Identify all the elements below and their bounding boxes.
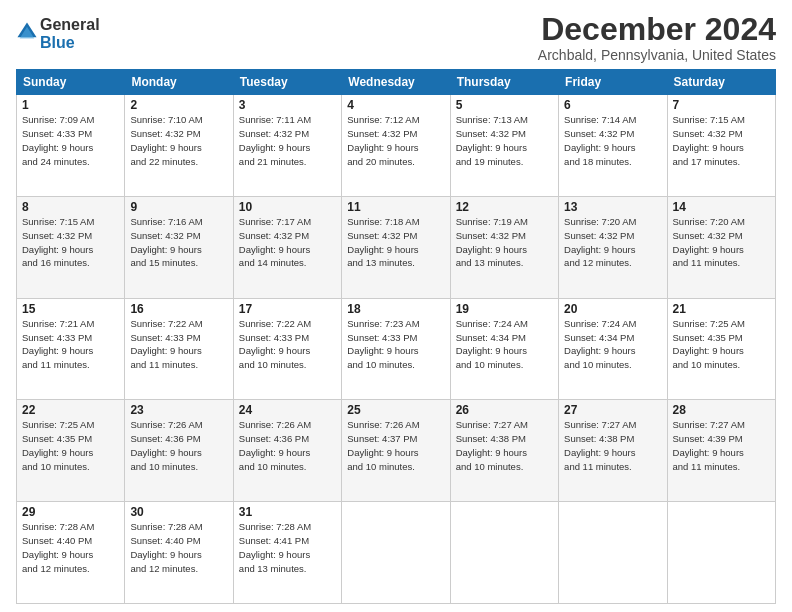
table-row: 19 Sunrise: 7:24 AMSunset: 4:34 PMDaylig… [450,298,558,400]
table-row: 21 Sunrise: 7:25 AMSunset: 4:35 PMDaylig… [667,298,775,400]
table-row: 12 Sunrise: 7:19 AMSunset: 4:32 PMDaylig… [450,196,558,298]
day-number: 23 [130,403,227,417]
week-row-2: 8 Sunrise: 7:15 AMSunset: 4:32 PMDayligh… [17,196,776,298]
table-row: 18 Sunrise: 7:23 AMSunset: 4:33 PMDaylig… [342,298,450,400]
day-info: Sunrise: 7:09 AMSunset: 4:33 PMDaylight:… [22,114,94,166]
day-info: Sunrise: 7:18 AMSunset: 4:32 PMDaylight:… [347,216,419,268]
day-info: Sunrise: 7:10 AMSunset: 4:32 PMDaylight:… [130,114,202,166]
header-row: Sunday Monday Tuesday Wednesday Thursday… [17,70,776,95]
day-info: Sunrise: 7:26 AMSunset: 4:37 PMDaylight:… [347,419,419,471]
table-row: 23 Sunrise: 7:26 AMSunset: 4:36 PMDaylig… [125,400,233,502]
table-row: 1 Sunrise: 7:09 AMSunset: 4:33 PMDayligh… [17,95,125,197]
day-number: 1 [22,98,119,112]
col-saturday: Saturday [667,70,775,95]
table-row: 22 Sunrise: 7:25 AMSunset: 4:35 PMDaylig… [17,400,125,502]
day-number: 30 [130,505,227,519]
table-row: 20 Sunrise: 7:24 AMSunset: 4:34 PMDaylig… [559,298,667,400]
title-block: December 2024 Archbald, Pennsylvania, Un… [538,12,776,63]
day-info: Sunrise: 7:15 AMSunset: 4:32 PMDaylight:… [673,114,745,166]
table-row: 14 Sunrise: 7:20 AMSunset: 4:32 PMDaylig… [667,196,775,298]
logo-text: General Blue [40,16,100,51]
day-number: 11 [347,200,444,214]
day-number: 17 [239,302,336,316]
day-info: Sunrise: 7:14 AMSunset: 4:32 PMDaylight:… [564,114,636,166]
day-info: Sunrise: 7:24 AMSunset: 4:34 PMDaylight:… [564,318,636,370]
day-number: 8 [22,200,119,214]
day-info: Sunrise: 7:25 AMSunset: 4:35 PMDaylight:… [22,419,94,471]
week-row-3: 15 Sunrise: 7:21 AMSunset: 4:33 PMDaylig… [17,298,776,400]
table-row: 25 Sunrise: 7:26 AMSunset: 4:37 PMDaylig… [342,400,450,502]
day-info: Sunrise: 7:28 AMSunset: 4:40 PMDaylight:… [130,521,202,573]
day-number: 26 [456,403,553,417]
day-info: Sunrise: 7:26 AMSunset: 4:36 PMDaylight:… [239,419,311,471]
day-number: 12 [456,200,553,214]
col-monday: Monday [125,70,233,95]
table-row: 5 Sunrise: 7:13 AMSunset: 4:32 PMDayligh… [450,95,558,197]
day-info: Sunrise: 7:11 AMSunset: 4:32 PMDaylight:… [239,114,311,166]
day-number: 16 [130,302,227,316]
table-row [667,502,775,604]
col-wednesday: Wednesday [342,70,450,95]
day-number: 24 [239,403,336,417]
day-info: Sunrise: 7:16 AMSunset: 4:32 PMDaylight:… [130,216,202,268]
day-info: Sunrise: 7:13 AMSunset: 4:32 PMDaylight:… [456,114,528,166]
table-row [342,502,450,604]
day-info: Sunrise: 7:19 AMSunset: 4:32 PMDaylight:… [456,216,528,268]
day-info: Sunrise: 7:26 AMSunset: 4:36 PMDaylight:… [130,419,202,471]
table-row: 4 Sunrise: 7:12 AMSunset: 4:32 PMDayligh… [342,95,450,197]
table-row: 11 Sunrise: 7:18 AMSunset: 4:32 PMDaylig… [342,196,450,298]
day-number: 2 [130,98,227,112]
logo-icon [16,21,38,43]
subtitle: Archbald, Pennsylvania, United States [538,47,776,63]
day-number: 15 [22,302,119,316]
logo-general: General [40,16,100,34]
table-row: 10 Sunrise: 7:17 AMSunset: 4:32 PMDaylig… [233,196,341,298]
table-row: 16 Sunrise: 7:22 AMSunset: 4:33 PMDaylig… [125,298,233,400]
day-number: 4 [347,98,444,112]
day-number: 6 [564,98,661,112]
table-row: 29 Sunrise: 7:28 AMSunset: 4:40 PMDaylig… [17,502,125,604]
day-number: 7 [673,98,770,112]
col-sunday: Sunday [17,70,125,95]
col-thursday: Thursday [450,70,558,95]
table-row: 6 Sunrise: 7:14 AMSunset: 4:32 PMDayligh… [559,95,667,197]
col-friday: Friday [559,70,667,95]
day-number: 10 [239,200,336,214]
table-row: 9 Sunrise: 7:16 AMSunset: 4:32 PMDayligh… [125,196,233,298]
day-number: 20 [564,302,661,316]
day-info: Sunrise: 7:21 AMSunset: 4:33 PMDaylight:… [22,318,94,370]
day-number: 28 [673,403,770,417]
page: General Blue December 2024 Archbald, Pen… [0,0,792,612]
day-number: 21 [673,302,770,316]
day-info: Sunrise: 7:22 AMSunset: 4:33 PMDaylight:… [239,318,311,370]
day-info: Sunrise: 7:15 AMSunset: 4:32 PMDaylight:… [22,216,94,268]
table-row: 3 Sunrise: 7:11 AMSunset: 4:32 PMDayligh… [233,95,341,197]
table-row [559,502,667,604]
day-number: 5 [456,98,553,112]
main-title: December 2024 [538,12,776,47]
day-number: 22 [22,403,119,417]
day-number: 27 [564,403,661,417]
table-row: 28 Sunrise: 7:27 AMSunset: 4:39 PMDaylig… [667,400,775,502]
day-number: 19 [456,302,553,316]
table-row [450,502,558,604]
table-row: 15 Sunrise: 7:21 AMSunset: 4:33 PMDaylig… [17,298,125,400]
day-number: 3 [239,98,336,112]
day-number: 31 [239,505,336,519]
day-info: Sunrise: 7:17 AMSunset: 4:32 PMDaylight:… [239,216,311,268]
table-row: 7 Sunrise: 7:15 AMSunset: 4:32 PMDayligh… [667,95,775,197]
day-number: 29 [22,505,119,519]
logo: General Blue [16,16,100,51]
day-number: 25 [347,403,444,417]
day-number: 18 [347,302,444,316]
table-row: 31 Sunrise: 7:28 AMSunset: 4:41 PMDaylig… [233,502,341,604]
day-info: Sunrise: 7:28 AMSunset: 4:41 PMDaylight:… [239,521,311,573]
day-number: 14 [673,200,770,214]
week-row-5: 29 Sunrise: 7:28 AMSunset: 4:40 PMDaylig… [17,502,776,604]
day-info: Sunrise: 7:22 AMSunset: 4:33 PMDaylight:… [130,318,202,370]
table-row: 27 Sunrise: 7:27 AMSunset: 4:38 PMDaylig… [559,400,667,502]
day-number: 13 [564,200,661,214]
col-tuesday: Tuesday [233,70,341,95]
table-row: 13 Sunrise: 7:20 AMSunset: 4:32 PMDaylig… [559,196,667,298]
table-row: 26 Sunrise: 7:27 AMSunset: 4:38 PMDaylig… [450,400,558,502]
